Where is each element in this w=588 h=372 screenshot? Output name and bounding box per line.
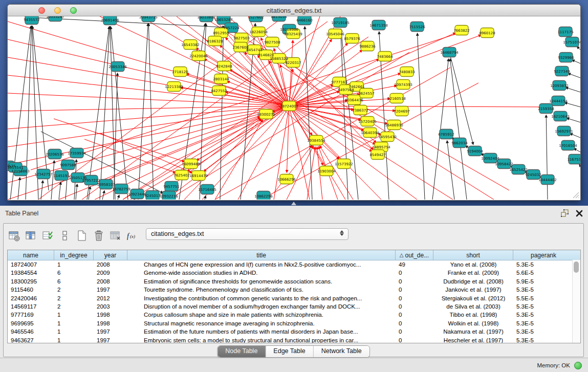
svg-text:10932216: 10932216 bbox=[160, 194, 178, 199]
table-row[interactable]: 969969511998Structural magnetic resonanc… bbox=[8, 319, 580, 327]
vertical-scrollbar[interactable] bbox=[572, 260, 580, 343]
table-selector-dropdown[interactable]: citations_edges.txt bbox=[146, 228, 349, 240]
table-cell: 2003 bbox=[94, 302, 127, 311]
tab-node-table[interactable]: Node Table bbox=[217, 346, 266, 357]
new-column-icon[interactable] bbox=[75, 229, 88, 242]
table-row[interactable]: 1872400712008Changes of HCN gene express… bbox=[8, 260, 580, 269]
svg-text:10640394: 10640394 bbox=[361, 131, 379, 135]
svg-text:14895754: 14895754 bbox=[372, 145, 390, 149]
table-row[interactable]: 946362711997Embryonic stem cells: a mode… bbox=[8, 336, 580, 343]
table-cell: 0 bbox=[396, 294, 433, 302]
svg-text:9194004: 9194004 bbox=[467, 149, 483, 154]
svg-text:9827508: 9827508 bbox=[264, 40, 280, 45]
table-row[interactable]: 911546021997Tourette syndrome. Phenomeno… bbox=[8, 286, 580, 294]
column-header-name[interactable]: name bbox=[8, 250, 54, 260]
network-window-titlebar[interactable]: citations_edges.txt bbox=[8, 5, 580, 16]
resize-grip-icon[interactable] bbox=[571, 190, 579, 199]
svg-text:16958107: 16958107 bbox=[97, 183, 115, 187]
svg-text:10958422: 10958422 bbox=[495, 162, 513, 166]
svg-text:12444154: 12444154 bbox=[549, 99, 568, 103]
table-cell: 5.3E-5 bbox=[513, 319, 574, 327]
function-builder-icon[interactable]: f(x) bbox=[126, 229, 138, 242]
network-view[interactable]: 9435572206914062094371516033809106532871… bbox=[8, 16, 580, 200]
network-graph[interactable]: 9435572206914062094371516033809106532871… bbox=[8, 16, 580, 200]
table-row[interactable]: 1830029562008Estimation of significance … bbox=[8, 277, 580, 286]
svg-text:9242848: 9242848 bbox=[216, 64, 232, 69]
delete-table-icon[interactable] bbox=[109, 229, 121, 242]
columns-icon[interactable] bbox=[58, 229, 71, 242]
svg-text:8186328: 8186328 bbox=[207, 39, 223, 43]
svg-text:9245013: 9245013 bbox=[144, 194, 160, 198]
svg-text:16099489: 16099489 bbox=[182, 162, 200, 166]
table-cell: 5.5E-5 bbox=[513, 294, 574, 302]
svg-text:1117175: 1117175 bbox=[557, 30, 573, 34]
column-header-short[interactable]: short bbox=[433, 250, 513, 260]
column-header-out-de-[interactable]: △out_de... bbox=[396, 250, 433, 260]
column-header-pagerank[interactable]: pagerank bbox=[513, 250, 574, 260]
table-row[interactable]: 1456911722003Disruption of a novel membe… bbox=[8, 302, 580, 311]
svg-text:16033809: 16033809 bbox=[197, 16, 215, 19]
svg-text:8579376: 8579376 bbox=[344, 37, 360, 41]
table-selector-value: citations_edges.txt bbox=[151, 230, 204, 237]
svg-text:20206536: 20206536 bbox=[46, 152, 64, 157]
table-mode-icon[interactable] bbox=[8, 229, 20, 242]
svg-text:12342757: 12342757 bbox=[34, 172, 53, 177]
svg-text:16486930: 16486930 bbox=[385, 123, 403, 127]
table-row[interactable]: 977716911998Corpus callosum shape and si… bbox=[8, 311, 580, 319]
tab-network-table[interactable]: Network Table bbox=[314, 346, 369, 357]
close-panel-icon[interactable] bbox=[575, 209, 584, 220]
table-cell: 1 bbox=[54, 327, 94, 336]
table-cell: Dudbridge et al. (2008) bbox=[433, 277, 513, 286]
show-columns-icon[interactable] bbox=[25, 229, 37, 242]
table-cell: 0 bbox=[396, 286, 433, 294]
table-panel-title: Table Panel bbox=[5, 210, 38, 217]
cytoscape-desktop: citations_edges.txt 94355722069140620943… bbox=[0, 0, 588, 206]
scrollbar-thumb[interactable] bbox=[574, 261, 579, 273]
network-window-title: citations_edges.txt bbox=[8, 7, 580, 14]
table-cell: 9777169 bbox=[8, 311, 54, 319]
table-cell: 2008 bbox=[94, 260, 127, 269]
svg-text:2803144: 2803144 bbox=[213, 77, 229, 81]
table-cell: 19384554 bbox=[8, 269, 54, 277]
svg-text:9862034: 9862034 bbox=[451, 141, 468, 145]
table-cell: 0 bbox=[396, 269, 433, 277]
sort-ascending-icon: △ bbox=[400, 252, 404, 258]
svg-text:20691406: 20691406 bbox=[101, 18, 119, 23]
table-cell: Nakamura et al. (1997) bbox=[433, 327, 513, 336]
svg-text:3913541: 3913541 bbox=[8, 166, 24, 170]
splitter-handle[interactable] bbox=[291, 202, 296, 205]
svg-text:19384554: 19384554 bbox=[307, 139, 325, 143]
svg-text:9435572: 9435572 bbox=[24, 18, 39, 22]
column-header-year[interactable]: year bbox=[94, 250, 127, 260]
table-cell: 0 bbox=[396, 277, 433, 286]
delete-column-icon[interactable] bbox=[92, 229, 104, 242]
svg-text:7857224: 7857224 bbox=[223, 26, 239, 30]
svg-text:15716485: 15716485 bbox=[198, 188, 216, 192]
table-row[interactable]: 1938455462009Genome-wide association stu… bbox=[8, 269, 580, 277]
table-cell: 5.6E-5 bbox=[513, 269, 574, 277]
table-cell: 2012 bbox=[94, 294, 127, 302]
row-check-icon[interactable] bbox=[41, 229, 54, 242]
column-header-in-degree[interactable]: in_degree bbox=[54, 250, 94, 260]
table-cell: 5.3E-5 bbox=[513, 336, 574, 343]
table-type-tabs: Node TableEdge TableNetwork Table bbox=[217, 345, 369, 358]
table-row[interactable]: 2242004622012Investigating the contribut… bbox=[8, 294, 580, 302]
column-header-title[interactable]: title bbox=[127, 250, 396, 260]
svg-text:10974393: 10974393 bbox=[394, 83, 412, 87]
tab-edge-table[interactable]: Edge Table bbox=[266, 346, 313, 357]
svg-text:12160518: 12160518 bbox=[387, 97, 406, 101]
svg-text:14671358: 14671358 bbox=[369, 24, 388, 28]
svg-text:9777163: 9777163 bbox=[331, 80, 347, 84]
table-cell: 1998 bbox=[94, 311, 127, 319]
table-cell: 9699695 bbox=[8, 319, 54, 327]
svg-text:18325419: 18325419 bbox=[284, 32, 302, 36]
float-panel-icon[interactable] bbox=[559, 208, 570, 221]
table-cell: Disruption of a novel member of a sodium… bbox=[127, 302, 396, 311]
table-row[interactable]: 946554611997Estimation of the future num… bbox=[8, 327, 580, 336]
table-cell: 5.3E-5 bbox=[513, 302, 574, 311]
dropdown-stepper-icon bbox=[340, 230, 344, 236]
svg-text:9227349: 9227349 bbox=[554, 70, 570, 74]
svg-text:18226058: 18226058 bbox=[249, 30, 268, 34]
table-cell: 6 bbox=[54, 277, 94, 286]
svg-text:12213389: 12213389 bbox=[165, 85, 183, 89]
